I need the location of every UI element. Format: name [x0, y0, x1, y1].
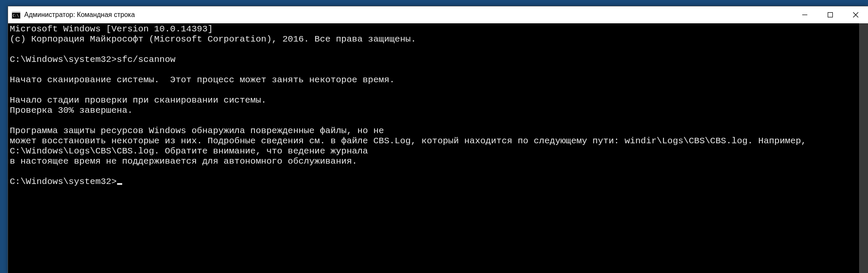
window-controls: [792, 6, 868, 23]
prompt: C:\Windows\system32>: [10, 55, 117, 64]
maximize-button[interactable]: [818, 6, 843, 23]
banner-line: Microsoft Windows [Version 10.0.14393]: [10, 24, 867, 34]
svg-rect-4: [828, 13, 833, 17]
output-line: в настоящее время не поддерживается для …: [10, 156, 867, 167]
console-output[interactable]: Microsoft Windows [Version 10.0.14393](с…: [8, 23, 868, 273]
cursor: [117, 183, 122, 185]
blank-line: [10, 65, 867, 75]
command-prompt-window: C:\ Администратор: Командная строка Micr…: [8, 6, 868, 273]
current-prompt-line[interactable]: C:\Windows\system32>: [10, 177, 867, 187]
close-button[interactable]: [843, 6, 868, 23]
blank-line: [10, 116, 867, 126]
titlebar[interactable]: C:\ Администратор: Командная строка: [8, 6, 868, 23]
vertical-scrollbar[interactable]: [859, 23, 868, 273]
blank-line: [10, 167, 867, 177]
blank-line: [10, 45, 867, 55]
svg-rect-1: [12, 11, 20, 13]
entered-command: sfc/scannow: [117, 55, 176, 64]
window-title: Администратор: Командная строка: [24, 11, 792, 19]
prompt: C:\Windows\system32>: [10, 177, 117, 187]
command-line: C:\Windows\system32>sfc/scannow: [10, 55, 867, 65]
blank-line: [10, 85, 867, 95]
output-line: может восстановить некоторые из них. Под…: [10, 136, 867, 146]
output-line: C:\Windows\Logs\CBS\CBS.log. Обратите вн…: [10, 146, 867, 156]
output-line: Начало стадии проверки при сканировании …: [10, 95, 867, 106]
minimize-button[interactable]: [792, 6, 818, 23]
output-line: Программа защиты ресурсов Windows обнару…: [10, 126, 867, 136]
output-line: Проверка 30% завершена.: [10, 106, 867, 116]
output-line: Начато сканирование системы. Этот процес…: [10, 75, 867, 85]
svg-text:C:\: C:\: [13, 14, 19, 18]
banner-line: (с) Корпорация Майкрософт (Microsoft Cor…: [10, 34, 867, 45]
cmd-icon: C:\: [11, 10, 21, 20]
